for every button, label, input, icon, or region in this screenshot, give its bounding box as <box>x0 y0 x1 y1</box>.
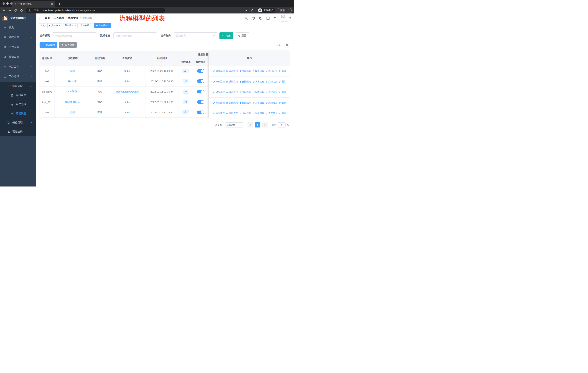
browser-menu-icon[interactable] <box>287 9 290 12</box>
toggle-search-button[interactable] <box>277 43 282 47</box>
import-process-button[interactable]: 导入流程 <box>59 42 77 48</box>
not-secure-label[interactable]: 不安全 <box>32 9 39 12</box>
action-hand-link[interactable]: 发布流程 <box>252 112 264 115</box>
active-toggle[interactable] <box>197 69 204 73</box>
search-icon[interactable] <box>244 16 248 20</box>
window-zoom-button[interactable] <box>10 2 13 5</box>
action-pencil-link[interactable]: 修改流程 <box>213 101 225 104</box>
form-info-link[interactable]: biubiu <box>124 70 130 72</box>
action-user-link[interactable]: 分配规则 <box>239 70 251 73</box>
action-user-link[interactable]: 分配规则 <box>239 91 251 94</box>
sidebar-item-home[interactable]: 首页 <box>0 23 36 32</box>
form-info-link[interactable]: biubiu <box>124 80 130 83</box>
sidebar-item-process-model[interactable]: 流程模型 <box>0 109 36 118</box>
action-pencil-link[interactable]: 修改流程 <box>213 91 225 94</box>
home-icon[interactable] <box>20 9 23 12</box>
action-trash-link[interactable]: 删除 <box>279 91 286 94</box>
sidebar-item-workflow[interactable]: 工作流程 <box>0 72 36 81</box>
window-close-button[interactable] <box>2 2 5 5</box>
action-gear-link[interactable]: 设计流程 <box>226 101 238 104</box>
process-name-link[interactable]: 滔博 <box>70 111 75 114</box>
breadcrumb-home[interactable]: 首页 <box>45 16 50 20</box>
tag-view-0[interactable]: 首页 <box>39 23 46 28</box>
process-name-link[interactable]: eeee <box>70 70 75 72</box>
password-key-icon[interactable] <box>244 9 248 12</box>
action-clip-link[interactable]: 流程定义 <box>266 91 277 94</box>
action-trash-link[interactable]: 删除 <box>279 80 286 83</box>
process-name-input[interactable] <box>113 32 157 39</box>
action-user-link[interactable]: 分配规则 <box>239 101 251 104</box>
search-button[interactable]: 搜索 <box>220 32 233 39</box>
process-name-link[interactable]: OA 请假 <box>68 90 77 93</box>
tag-view-1[interactable]: 租户管理× <box>47 23 62 28</box>
action-pencil-link[interactable]: 修改流程 <box>213 70 225 73</box>
action-trash-link[interactable]: 删除 <box>279 101 286 104</box>
page-size-select[interactable]: 10条/页 <box>225 122 243 128</box>
form-info-link[interactable]: biubiu <box>124 111 130 114</box>
reload-icon[interactable] <box>14 9 17 12</box>
page-1-button[interactable]: 1 <box>255 122 260 128</box>
sidebar-item-process-form[interactable]: 流程表单 <box>0 91 36 100</box>
action-user-link[interactable]: 分配规则 <box>239 112 251 115</box>
action-hand-link[interactable]: 发布流程 <box>252 70 264 73</box>
process-name-link[interactable]: 测试多审批人 <box>65 101 80 103</box>
action-gear-link[interactable]: 设计流程 <box>226 80 238 83</box>
sidebar-item-task-manage[interactable]: 任务管理 <box>0 118 36 127</box>
sidebar-item-process-manage[interactable]: 流程管理 <box>0 81 36 91</box>
tag-view-3[interactable]: 流程表单× <box>79 23 93 28</box>
browser-tab[interactable]: 芋道管理系统 <box>12 1 55 7</box>
action-gear-link[interactable]: 设计流程 <box>226 112 238 115</box>
action-hand-link[interactable]: 发布流程 <box>252 80 264 83</box>
process-name-link[interactable]: 自己审批 <box>68 80 78 82</box>
sidebar-item-user-group[interactable]: 用户分组 <box>0 100 36 109</box>
sidebar-item-payment[interactable]: 支付管理 <box>0 42 36 52</box>
close-icon[interactable]: × <box>108 25 110 27</box>
fullscreen-icon[interactable] <box>266 16 270 20</box>
sidebar-item-devtools[interactable]: 研发工具 <box>0 62 36 72</box>
bookmark-star-icon[interactable] <box>251 9 254 12</box>
action-clip-link[interactable]: 流程定义 <box>266 80 277 83</box>
reset-button[interactable]: 重置 <box>235 32 249 39</box>
action-hand-link[interactable]: 发布流程 <box>252 101 264 104</box>
user-menu[interactable] <box>281 15 291 21</box>
sidebar-item-infra[interactable]: 基础设施 <box>0 52 36 62</box>
tab-close-icon[interactable] <box>51 2 53 5</box>
action-user-link[interactable]: 分配规则 <box>239 80 251 83</box>
window-minimize-button[interactable] <box>6 2 9 5</box>
action-gear-link[interactable]: 设计流程 <box>226 91 238 94</box>
chrome-update-button[interactable]: 更新 <box>278 8 292 13</box>
breadcrumb-workflow[interactable]: 工作流程 <box>54 16 64 20</box>
form-info-link[interactable]: biubiu <box>124 101 130 103</box>
action-clip-link[interactable]: 流程定义 <box>266 70 277 73</box>
active-toggle[interactable] <box>197 90 204 93</box>
goto-page-input[interactable] <box>278 122 286 128</box>
form-info-link[interactable]: /bpm/oa/leave/create <box>116 90 138 93</box>
close-icon[interactable]: × <box>74 25 76 27</box>
new-tab-button[interactable] <box>58 2 61 5</box>
tag-view-2[interactable]: 我的流程× <box>63 23 78 28</box>
sidebar-item-system[interactable]: 系统管理 <box>0 32 36 42</box>
address-bar[interactable]: 不安全 dashboard.yudao.iocoder.cn/bpm/manag… <box>26 8 165 13</box>
create-process-button[interactable]: 新建流程 <box>40 42 57 48</box>
action-pencil-link[interactable]: 修改流程 <box>213 112 225 115</box>
process-category-select[interactable]: 流程分类 <box>174 32 217 39</box>
action-pencil-link[interactable]: 修改流程 <box>213 80 225 83</box>
back-icon[interactable] <box>2 9 6 12</box>
close-icon[interactable]: × <box>90 25 92 27</box>
close-icon[interactable]: × <box>59 25 60 27</box>
active-toggle[interactable] <box>197 80 204 83</box>
tag-view-4[interactable]: 流程模型× <box>94 23 111 28</box>
action-trash-link[interactable]: 删除 <box>279 70 286 73</box>
not-secure-icon[interactable] <box>28 9 31 12</box>
action-clip-link[interactable]: 流程定义 <box>266 101 277 104</box>
refresh-table-button[interactable] <box>284 43 289 47</box>
next-page-button[interactable] <box>262 122 268 128</box>
action-trash-link[interactable]: 删除 <box>279 112 286 115</box>
process-key-input[interactable] <box>53 32 96 39</box>
sidebar-item-leave-query[interactable]: 请假查询 <box>0 127 36 136</box>
forward-icon[interactable] <box>8 9 11 12</box>
menu-fold-icon[interactable] <box>39 16 42 20</box>
github-icon[interactable] <box>252 16 255 20</box>
font-size-icon[interactable] <box>273 16 277 20</box>
active-toggle[interactable] <box>197 111 204 114</box>
